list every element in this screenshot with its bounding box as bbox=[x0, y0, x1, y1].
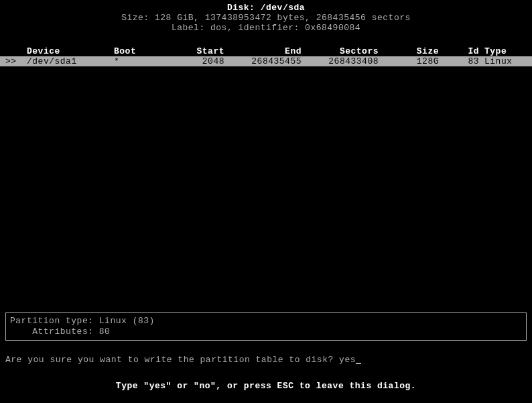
row-boot: * bbox=[114, 56, 161, 66]
row-type: Linux bbox=[479, 56, 519, 66]
partition-table: Device Boot Start End Sectors Size Id Ty… bbox=[0, 46, 532, 66]
col-size-header: Size bbox=[379, 46, 439, 56]
row-marker: >> bbox=[5, 56, 27, 66]
prompt-question: Are you sure you want to write the parti… bbox=[5, 355, 339, 365]
col-type-header: Type bbox=[479, 46, 519, 56]
col-id-header: Id bbox=[439, 46, 479, 56]
partition-type-info: Partition type: Linux (83) bbox=[10, 316, 522, 327]
row-start: 2048 bbox=[161, 56, 224, 66]
row-end: 268435455 bbox=[224, 56, 302, 66]
prompt-input[interactable]: yes bbox=[339, 355, 356, 365]
col-start-header: Start bbox=[161, 46, 224, 56]
disk-header: Disk: /dev/sda Size: 128 GiB, 1374389534… bbox=[0, 0, 532, 33]
partition-attributes: Attributes: 80 bbox=[10, 327, 522, 337]
confirm-prompt: Are you sure you want to write the parti… bbox=[5, 355, 361, 365]
col-boot-header: Boot bbox=[114, 46, 161, 56]
disk-size: Size: 128 GiB, 137438953472 bytes, 26843… bbox=[0, 13, 532, 23]
col-marker-header bbox=[5, 46, 27, 56]
row-id: 83 bbox=[439, 56, 479, 66]
col-end-header: End bbox=[224, 46, 302, 56]
disk-name: Disk: /dev/sda bbox=[0, 3, 532, 13]
table-header-row: Device Boot Start End Sectors Size Id Ty… bbox=[0, 46, 532, 56]
partition-info-box: Partition type: Linux (83) Attributes: 8… bbox=[5, 312, 527, 341]
partition-row[interactable]: >> /dev/sda1 * 2048 268435455 268433408 … bbox=[0, 56, 532, 66]
row-device: /dev/sda1 bbox=[27, 56, 114, 66]
footer-instruction: Type "yes" or "no", or press ESC to leav… bbox=[0, 381, 532, 391]
col-sectors-header: Sectors bbox=[302, 46, 379, 56]
cursor-icon bbox=[356, 363, 361, 364]
row-sectors: 268433408 bbox=[302, 56, 379, 66]
disk-label-info: Label: dos, identifier: 0x68490084 bbox=[0, 23, 532, 33]
col-device-header: Device bbox=[27, 46, 114, 56]
row-size: 128G bbox=[379, 56, 439, 66]
